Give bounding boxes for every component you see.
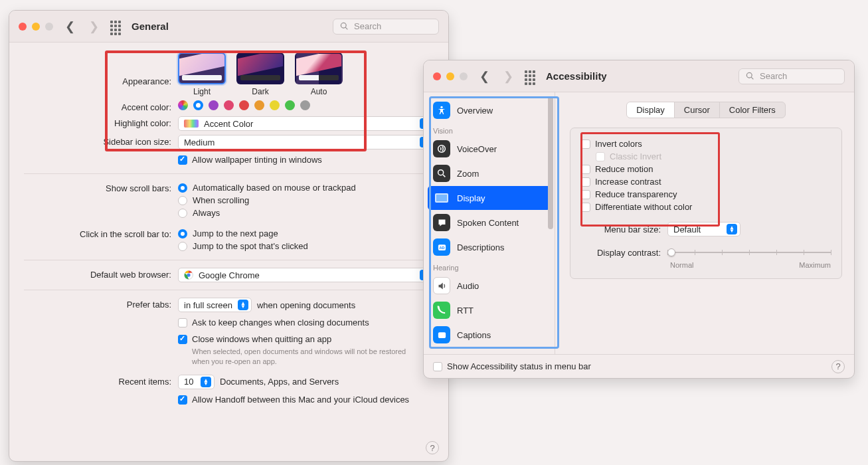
back-button[interactable]: ❮ <box>62 19 77 34</box>
contrast-slider[interactable] <box>667 247 831 258</box>
display-tabs: Display Cursor Color Filters <box>626 102 786 118</box>
checkbox-icon <box>178 335 187 344</box>
tabs-select[interactable]: in full screen <box>178 298 252 312</box>
recent-suffix: Documents, Apps, and Servers <box>220 377 339 387</box>
accent-orange[interactable] <box>254 100 264 110</box>
show-all-icon[interactable] <box>110 21 122 33</box>
captions-icon <box>433 326 450 343</box>
click-next[interactable]: Jump to the next page <box>178 227 434 240</box>
zoom-icon[interactable] <box>460 72 468 80</box>
appearance-thumbs: Light Dark Auto <box>178 52 434 96</box>
titlebar: ❮ ❯ General Search <box>9 11 448 43</box>
search-placeholder: Search <box>760 71 787 81</box>
checkbox-icon <box>178 318 187 327</box>
accent-multi[interactable] <box>178 100 188 110</box>
back-button[interactable]: ❮ <box>477 69 491 84</box>
forward-button[interactable]: ❯ <box>501 69 515 84</box>
appearance-auto[interactable]: Auto <box>295 52 343 96</box>
close-icon[interactable] <box>19 23 27 31</box>
forward-button[interactable]: ❯ <box>86 19 101 34</box>
sidebar-item-overview[interactable]: Overview <box>428 98 551 122</box>
recent-label: Recent items: <box>24 375 178 387</box>
scroll-auto[interactable]: Automatically based on mouse or trackpad <box>178 181 434 194</box>
accent-pink[interactable] <box>224 100 234 110</box>
sidebar-item-spoken[interactable]: Spoken Content <box>428 211 551 234</box>
person-icon <box>433 102 450 119</box>
search-input[interactable]: Search <box>333 19 439 35</box>
accessibility-window: ❮ ❯ Accessibility Search Overview Vision <box>423 60 855 379</box>
accent-green[interactable] <box>285 100 295 110</box>
sidebar-item-rtt[interactable]: RTT <box>428 298 551 322</box>
traffic-lights <box>19 23 53 31</box>
accent-gray[interactable] <box>300 100 310 110</box>
status-menubar-checkbox[interactable]: Show Accessibility status in menu bar <box>433 360 591 373</box>
tab-color-filters[interactable]: Color Filters <box>720 102 785 118</box>
rtt-icon <box>433 302 450 319</box>
sidebar[interactable]: Overview Vision VoiceOver Zoom Display <box>424 92 555 354</box>
sidebar-item-captions[interactable]: Captions <box>428 323 551 347</box>
window-title: Accessibility <box>546 70 607 82</box>
chrome-icon <box>184 270 193 280</box>
scroll-always[interactable]: Always <box>178 207 434 219</box>
stepper-icon <box>727 224 737 234</box>
ask-keep-checkbox[interactable]: Ask to keep changes when closing documen… <box>178 316 434 329</box>
click-spot[interactable]: Jump to the spot that's clicked <box>178 240 434 252</box>
increase-contrast-checkbox[interactable]: Increase contrast <box>581 175 831 188</box>
sidebar-item-voiceover[interactable]: VoiceOver <box>428 137 551 161</box>
sidebar-item-audio[interactable]: Audio <box>428 274 551 298</box>
general-window: ❮ ❯ General Search Appearance: Light <box>9 10 449 462</box>
category-vision: Vision <box>428 123 551 136</box>
stepper-icon <box>201 377 211 387</box>
zoom-icon[interactable] <box>45 23 53 31</box>
voiceover-icon <box>433 140 450 157</box>
appearance-dark[interactable]: Dark <box>236 52 284 96</box>
browser-select[interactable]: Google Chrome <box>178 268 434 282</box>
appearance-light[interactable]: Light <box>178 52 226 96</box>
recent-select[interactable]: 10 <box>178 375 215 389</box>
menu-size-select[interactable]: Default <box>667 222 740 236</box>
help-button[interactable]: ? <box>831 360 845 373</box>
sidebar-size-label: Sidebar icon size: <box>24 135 178 147</box>
accent-red[interactable] <box>239 100 249 110</box>
invert-colors-checkbox[interactable]: Invert colors <box>581 138 831 150</box>
reduce-motion-checkbox[interactable]: Reduce motion <box>581 163 831 175</box>
browser-label: Default web browser: <box>24 268 178 280</box>
accent-swatches <box>178 100 434 110</box>
close-quit-checkbox[interactable]: Close windows when quitting an app When … <box>178 333 434 368</box>
reduce-transparency-checkbox[interactable]: Reduce transparency <box>581 188 831 201</box>
differentiate-checkbox[interactable]: Differentiate without color <box>581 201 831 213</box>
category-hearing: Hearing <box>428 260 551 273</box>
highlight-chip-icon <box>184 120 199 128</box>
tab-display[interactable]: Display <box>627 102 675 118</box>
minimize-icon[interactable] <box>446 72 454 80</box>
highlight-label: Highlight color: <box>24 116 178 128</box>
handoff-checkbox[interactable]: Allow Handoff between this Mac and your … <box>178 393 434 406</box>
highlight-select[interactable]: Accent Color <box>178 116 434 131</box>
audio-icon <box>433 277 450 294</box>
sidebar-item-zoom[interactable]: Zoom <box>428 161 551 185</box>
scroll-when[interactable]: When scrolling <box>178 194 434 207</box>
svg-point-2 <box>440 106 442 108</box>
contrast-min: Normal <box>670 261 693 269</box>
accent-label: Accent color: <box>24 100 178 112</box>
search-input[interactable]: Search <box>738 68 845 84</box>
close-icon[interactable] <box>433 72 441 80</box>
accent-yellow[interactable] <box>270 100 280 110</box>
menu-size-label: Menu bar size: <box>581 225 661 234</box>
help-button[interactable]: ? <box>426 441 439 454</box>
minimize-icon[interactable] <box>32 23 40 31</box>
allow-tint-checkbox[interactable]: Allow wallpaper tinting in windows <box>178 153 434 166</box>
sidebar-item-descriptions[interactable]: AD Descriptions <box>428 235 551 259</box>
scrollbar-thumb[interactable] <box>548 96 553 229</box>
tab-cursor[interactable]: Cursor <box>675 102 720 118</box>
checkbox-icon <box>178 155 187 165</box>
descriptions-icon: AD <box>433 238 450 256</box>
sidebar-item-display[interactable]: Display <box>428 186 551 210</box>
stepper-icon <box>238 300 248 310</box>
svg-text:AD: AD <box>439 246 444 250</box>
svg-point-4 <box>438 170 444 175</box>
accent-blue[interactable] <box>193 100 203 110</box>
sidebar-size-select[interactable]: Medium <box>178 135 434 149</box>
accent-purple[interactable] <box>209 100 218 110</box>
show-all-icon[interactable] <box>525 70 537 82</box>
